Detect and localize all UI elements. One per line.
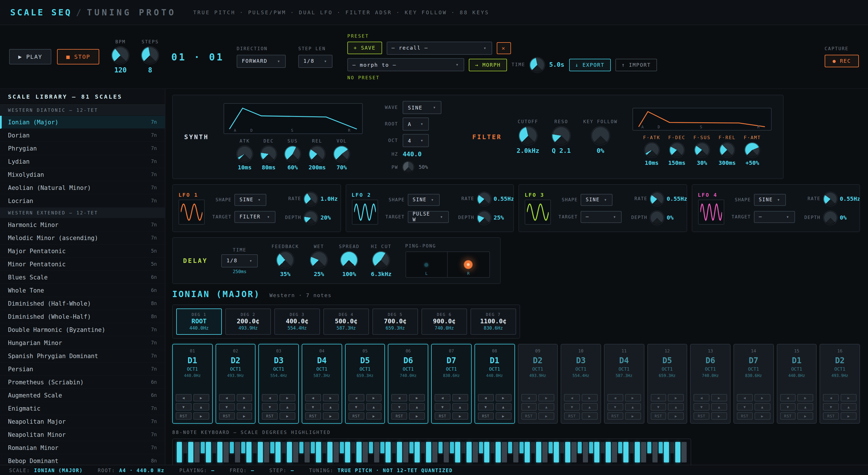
amp-rel-knob[interactable]: [309, 146, 325, 162]
sequencer-step[interactable]: 09D2OCT1493.9Hz◀▶▼▲RST▶: [518, 344, 558, 424]
morph-time-knob[interactable]: [530, 57, 545, 72]
octave-up-button[interactable]: ▲: [668, 403, 684, 411]
note-up-button[interactable]: ▶: [668, 394, 684, 402]
reset-button[interactable]: RST: [521, 412, 537, 420]
note-up-button[interactable]: ▶: [279, 394, 296, 402]
delay-hi-cut-knob[interactable]: [373, 251, 390, 268]
piano-key[interactable]: [426, 442, 431, 463]
piano-key[interactable]: [531, 442, 535, 453]
piano-key[interactable]: [397, 442, 402, 463]
delay-spread-knob[interactable]: [341, 251, 358, 268]
piano-key[interactable]: [652, 442, 657, 463]
piano-key[interactable]: [363, 442, 368, 463]
trigger-button[interactable]: ▶: [495, 412, 511, 420]
degree-box[interactable]: DEG 4500.0¢587.3Hz: [323, 309, 369, 335]
piano-key[interactable]: [536, 442, 541, 463]
filter-envelope-graph[interactable]: A D S R: [632, 108, 772, 131]
piano-key[interactable]: [594, 442, 599, 463]
octave-up-button[interactable]: ▲: [452, 403, 468, 411]
sequencer-step[interactable]: 10D3OCT1554.4Hz◀▶▼▲RST▶: [561, 344, 601, 424]
piano-key[interactable]: [246, 442, 251, 463]
lfo-depth-knob[interactable]: [477, 211, 491, 224]
piano-key[interactable]: [177, 442, 182, 463]
note-up-button[interactable]: ▶: [625, 394, 641, 402]
reset-button[interactable]: RST: [694, 412, 710, 420]
piano-key[interactable]: [235, 442, 240, 463]
piano-key[interactable]: [340, 442, 344, 453]
note-down-button[interactable]: ◀: [823, 394, 839, 402]
delay-time-select[interactable]: 1/8 ▾: [221, 254, 258, 267]
piano-key[interactable]: [241, 442, 245, 453]
scale-list-item[interactable]: Dorian7n: [0, 129, 165, 142]
piano-key[interactable]: [675, 442, 680, 463]
sequencer-step[interactable]: 12D5OCT1659.3Hz◀▶▼▲RST▶: [647, 344, 687, 424]
note-down-button[interactable]: ◀: [435, 394, 451, 402]
scale-list-item[interactable]: Melodic Minor (ascending)7n: [0, 231, 165, 245]
lfo-shape-select[interactable]: SINE▾: [581, 194, 613, 205]
octave-down-button[interactable]: ▼: [521, 403, 537, 411]
piano-key[interactable]: [328, 442, 333, 463]
octave-down-button[interactable]: ▼: [650, 403, 666, 411]
piano-key[interactable]: [635, 442, 640, 463]
lfo-target-select[interactable]: FILTER▾: [235, 211, 275, 223]
lfo-rate-knob[interactable]: [477, 192, 491, 205]
scale-list-item[interactable]: Persian7n: [0, 363, 165, 376]
scale-list-item[interactable]: Major Pentatonic5n: [0, 245, 165, 258]
reset-button[interactable]: RST: [608, 412, 623, 420]
piano-key[interactable]: [421, 442, 425, 453]
degree-box[interactable]: DEG 5700.0¢659.3Hz: [372, 309, 418, 335]
note-up-button[interactable]: ▶: [798, 394, 813, 402]
note-up-button[interactable]: ▶: [754, 394, 771, 402]
reset-button[interactable]: RST: [478, 412, 494, 420]
reset-button[interactable]: RST: [823, 412, 839, 420]
scale-list-item[interactable]: Neapolitan Minor7n: [0, 428, 165, 441]
octave-down-button[interactable]: ▼: [608, 403, 623, 411]
reset-button[interactable]: RST: [262, 412, 278, 420]
octave-up-button[interactable]: ▲: [841, 403, 857, 411]
degree-box[interactable]: DEG 3400.0¢554.4Hz: [274, 309, 320, 335]
piano-key[interactable]: [473, 442, 478, 463]
scale-list-item[interactable]: Locrian7n: [0, 194, 165, 208]
sequencer-step[interactable]: 11D4OCT1587.3Hz◀▶▼▲RST▶: [604, 344, 644, 424]
play-button[interactable]: ▶ PLAY: [9, 49, 51, 64]
morph-target-select[interactable]: – morph to – ▾: [347, 58, 464, 71]
octave-down-button[interactable]: ▼: [262, 403, 278, 411]
sequencer-step[interactable]: 05D5OCT1659.3Hz◀▶▼▲RST▶: [345, 344, 385, 424]
piano-key[interactable]: [479, 442, 483, 453]
trigger-button[interactable]: ▶: [323, 412, 339, 420]
piano-key[interactable]: [432, 442, 437, 463]
piano-key[interactable]: [230, 442, 234, 453]
sequencer-step[interactable]: 14D7OCT1830.6Hz◀▶▼▲RST▶: [734, 344, 774, 424]
piano-key[interactable]: [322, 442, 326, 453]
reset-button[interactable]: RST: [737, 412, 753, 420]
sequencer-step[interactable]: 03D3OCT1554.4Hz◀▶▼▲RST▶: [259, 344, 299, 424]
note-down-button[interactable]: ◀: [608, 394, 623, 402]
filter-reso-knob[interactable]: [552, 127, 570, 145]
trigger-button[interactable]: ▶: [798, 412, 813, 420]
octave-up-button[interactable]: ▲: [495, 403, 511, 411]
piano-key[interactable]: [183, 442, 187, 453]
octave-up-button[interactable]: ▲: [193, 403, 209, 411]
reset-button[interactable]: RST: [348, 412, 365, 420]
scale-list-item[interactable]: Prometheus (Scriabin)6n: [0, 376, 165, 389]
delay-feedback-knob[interactable]: [277, 251, 294, 268]
lfo-rate-knob[interactable]: [823, 192, 837, 205]
piano-key[interactable]: [513, 442, 518, 463]
piano-key[interactable]: [194, 442, 199, 463]
step-length-select[interactable]: 1/8 ▾: [298, 55, 333, 68]
octave-down-button[interactable]: ▼: [694, 403, 710, 411]
note-down-button[interactable]: ◀: [348, 394, 365, 402]
piano-key[interactable]: [369, 442, 373, 453]
amp-atk-knob[interactable]: [237, 146, 253, 162]
delay-wet-knob[interactable]: [311, 251, 328, 268]
scale-list-item[interactable]: Blues Scale6n: [0, 271, 165, 284]
piano-key[interactable]: [188, 442, 193, 463]
sequencer-step[interactable]: 07D7OCT1830.6Hz◀▶▼▲RST▶: [431, 344, 471, 424]
piano-key[interactable]: [385, 442, 391, 463]
scale-list-item[interactable]: Minor Pentatonic5n: [0, 258, 165, 271]
filter-cutoff-knob[interactable]: [519, 127, 537, 145]
piano-key[interactable]: [571, 442, 577, 463]
scale-list-item[interactable]: Aeolian (Natural Minor)7n: [0, 181, 165, 194]
octave-down-button[interactable]: ▼: [737, 403, 753, 411]
octave-down-button[interactable]: ▼: [348, 403, 365, 411]
